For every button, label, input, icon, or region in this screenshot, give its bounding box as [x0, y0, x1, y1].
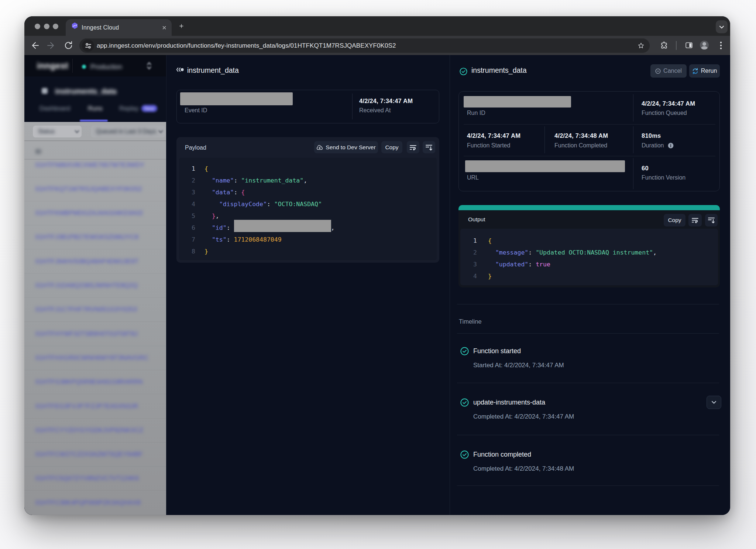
- duration-info-icon[interactable]: [668, 143, 674, 149]
- run-id-link[interactable]: 01HTFKQT1M7RSJQABEXYF0K0S2: [35, 185, 142, 193]
- new-tab-button[interactable]: [178, 23, 185, 29]
- run-id-link[interactable]: 01HTFC5Q07ZYV8NZVC7VT124K6: [35, 475, 139, 482]
- timeline-title: Timeline: [459, 318, 482, 325]
- function-version-value: 60: [642, 165, 649, 172]
- output-scroll-bottom-button[interactable]: [705, 214, 718, 226]
- code-line: 4 "displayCode": "OCTO:NASDAQ": [179, 198, 437, 210]
- run-row-separator: [24, 466, 166, 467]
- url-redacted: [465, 160, 625, 172]
- run-row-separator: [24, 346, 166, 346]
- traffic-light-close[interactable]: [35, 24, 40, 29]
- run-id-link[interactable]: 01HTFCYYZ0YGYGDKJVP92NKXCZ: [35, 427, 143, 434]
- site-info-icon[interactable]: [85, 42, 92, 50]
- send-to-dev-server-button[interactable]: Send to Dev Server: [314, 141, 378, 153]
- code-line: 3 "data": {: [179, 187, 437, 198]
- output-title: Output: [468, 216, 485, 223]
- timeline-item-divider: [457, 383, 719, 383]
- browser-window: Inngest Cloud: [24, 16, 730, 515]
- env-selector[interactable]: Production: [90, 63, 122, 71]
- run-row-separator: [24, 297, 166, 298]
- run-row-separator: [24, 177, 166, 177]
- chevron-down-icon: [710, 399, 718, 406]
- run-id-link[interactable]: 01HTFHXGR0CWNH6WY8T3NAVGRC: [35, 354, 148, 362]
- run-row-separator: [24, 418, 166, 419]
- run-id-link[interactable]: 01HTFJ94HV50BQ48AP4DM13E9T: [35, 258, 138, 265]
- env-status-dot: [82, 65, 86, 69]
- queued-filter[interactable]: Queued in Last 3 Days: [91, 126, 165, 137]
- url-text: app.inngest.com/env/production/functions…: [97, 42, 396, 50]
- run-id-link[interactable]: 01HTFJ1C7FHF7RVN051G3Y0253: [35, 306, 137, 313]
- run-row-separator: [24, 515, 166, 515]
- timeline-step-timestamp: Started At: 4/2/2024, 7:34:47 AM: [473, 362, 564, 369]
- timeline-step-title: update-instruments-data: [473, 399, 545, 406]
- rerun-button[interactable]: Rerun: [689, 64, 720, 78]
- tab-runs[interactable]: Runs: [88, 105, 103, 112]
- line-number: 7: [179, 234, 195, 246]
- forward-icon[interactable]: [47, 41, 55, 50]
- payload-wordwrap-button[interactable]: [407, 141, 419, 153]
- back-icon[interactable]: [31, 41, 39, 50]
- line-number: 1: [460, 235, 477, 247]
- output-wordwrap-button[interactable]: [688, 214, 702, 226]
- line-number: 6: [179, 222, 195, 234]
- output-copy-button[interactable]: Copy: [664, 214, 685, 226]
- tab-search-button[interactable]: [716, 20, 728, 33]
- run-id-label: Run ID: [467, 110, 485, 116]
- url-bar[interactable]: app.inngest.com/env/production/functions…: [79, 38, 650, 53]
- reload-icon[interactable]: [64, 41, 73, 50]
- traffic-light-zoom[interactable]: [53, 24, 58, 29]
- function-started-value: 4/2/24, 7:34:47 AM: [467, 132, 520, 139]
- run-row-separator: [24, 273, 166, 274]
- tab-dashboard[interactable]: Dashboard: [39, 105, 70, 112]
- run-id-link[interactable]: 01HTFCW27CZ2X3AZM7SQEY94BF: [35, 451, 143, 458]
- id-header-divider: [24, 159, 166, 160]
- event-id-label: Event ID: [185, 107, 207, 114]
- tab-close-icon[interactable]: [162, 25, 167, 30]
- run-id-link[interactable]: 01HTFN86XV8CXWE7657W7E3WDY: [35, 161, 144, 169]
- cancel-button[interactable]: Cancel: [650, 64, 687, 78]
- line-number: 8: [179, 246, 195, 258]
- tab-replay[interactable]: Replay: [119, 105, 139, 112]
- run-id-link[interactable]: 01HTFEG3FVJP7FZJP7EA5XN3JR: [35, 403, 138, 410]
- line-number: 3: [179, 187, 195, 198]
- word-wrap-icon: [409, 144, 417, 151]
- traffic-light-minimize[interactable]: [44, 24, 49, 29]
- tab-title: Inngest Cloud: [82, 24, 119, 31]
- code-line: 1{: [460, 235, 718, 247]
- run-id-redacted: [464, 96, 571, 108]
- browser-toolbar: app.inngest.com/env/production/functions…: [24, 36, 730, 55]
- payload-copy-button[interactable]: Copy: [381, 141, 402, 153]
- side-panel-icon[interactable]: [685, 41, 693, 49]
- run-id-link[interactable]: 01HTFJ1DA8Q238SJWNHTE8Q2Q: [35, 282, 138, 289]
- code-line: 1{: [179, 163, 437, 175]
- run-id-link[interactable]: 01HTFJ3B1PB27EWGK5Z086JYC8: [35, 233, 138, 241]
- extensions-icon[interactable]: [660, 41, 668, 50]
- event-icon: [176, 67, 184, 72]
- browser-tab[interactable]: Inngest Cloud: [66, 19, 172, 36]
- env-selector-chevrons-icon[interactable]: [147, 61, 152, 71]
- bookmark-star-icon[interactable]: [638, 42, 645, 49]
- line-number: 4: [179, 198, 195, 210]
- run-row-separator: [24, 249, 166, 249]
- event-meta-card: Event ID 4/2/24, 7:34:47 AM Received At: [176, 90, 439, 123]
- status-filter-chevron-icon: [75, 130, 79, 133]
- duration-label: Duration: [642, 142, 664, 149]
- scroll-to-bottom-icon: [425, 144, 433, 151]
- sidebar-function-block: instruments_data Dashboard Runs Replay N…: [24, 76, 166, 122]
- payload-scroll-bottom-button[interactable]: [423, 141, 435, 153]
- profile-avatar[interactable]: [700, 41, 709, 50]
- received-at-value: 4/2/24, 7:34:47 AM: [359, 98, 413, 105]
- cancel-label: Cancel: [663, 68, 682, 74]
- run-id-link[interactable]: 01HTFG38KPQ5R9E4A91G8RARRN: [35, 378, 143, 386]
- timeline-step-expand-button[interactable]: [707, 396, 721, 409]
- function-completed-value: 4/2/24, 7:34:48 AM: [554, 132, 608, 139]
- word-wrap-icon: [691, 217, 699, 224]
- browser-menu-icon[interactable]: [717, 41, 725, 50]
- status-filter[interactable]: Status: [33, 126, 82, 137]
- code-line: 3 "updated": true: [460, 259, 718, 270]
- timeline-header-divider: [457, 333, 719, 334]
- run-id-link[interactable]: 01HTFKMBPMDGZAJ4AG04KD3A02: [35, 209, 143, 217]
- run-id-link[interactable]: 01HTFC39K4PQP069PZK3AQHAX8: [35, 499, 141, 507]
- function-started-label: Function Started: [467, 142, 510, 149]
- run-id-link[interactable]: 01HTFHYWF32TSB9H0T01F58T8J: [35, 330, 138, 338]
